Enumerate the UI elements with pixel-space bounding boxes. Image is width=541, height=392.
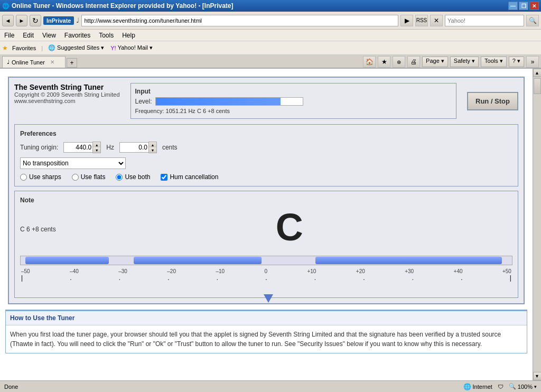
scroll-up-button[interactable]: ▲ — [533, 69, 542, 77]
cents-spinner-btns: ▲ ▼ — [148, 142, 157, 153]
run-stop-button[interactable]: Run / Stop — [467, 92, 518, 110]
menu-favorites[interactable]: Favorites — [60, 30, 95, 41]
meter-segment-right — [315, 257, 502, 264]
tuning-origin-row: Tuning origin: ▲ ▼ Hz ▲ ▼ — [20, 142, 512, 153]
scroll-down-button[interactable]: ▼ — [533, 372, 542, 380]
transposition-row: No transposition — [20, 157, 512, 169]
tab-online-tuner[interactable]: ♩ Online Tuner ✕ — [2, 56, 66, 68]
zoom-control[interactable]: 🔍 100% ▾ — [509, 383, 537, 390]
tuner-header: The Seventh String Tuner Copyright © 200… — [14, 83, 518, 119]
yahoo-mail[interactable]: Y! Yahoo! Mail ▾ — [108, 43, 155, 52]
restore-button[interactable]: ❐ — [519, 2, 528, 10]
home-icon[interactable]: 🏠 — [363, 56, 376, 68]
hum-cancellation-label[interactable]: Hum cancellation — [161, 173, 218, 181]
divider: | — [41, 45, 43, 51]
menu-tools[interactable]: Tools — [95, 30, 118, 41]
tab-close-icon[interactable]: ✕ — [50, 59, 54, 65]
tools-menu[interactable]: Tools ▾ — [481, 57, 507, 67]
hum-cancellation-text: Hum cancellation — [170, 173, 218, 181]
menu-edit[interactable]: Edit — [18, 30, 38, 41]
scrollbar[interactable]: ▲ ▼ — [533, 69, 541, 380]
preferences-section: Preferences Tuning origin: ▲ ▼ Hz — [14, 124, 518, 186]
zone-text: Internet — [473, 384, 492, 390]
favorites-star-icon: ★ — [2, 44, 8, 52]
hz-label: Hz — [106, 144, 114, 151]
zoom-icon: 🔍 — [509, 383, 516, 390]
status-right: 🌐 Internet 🛡 🔍 100% ▾ — [463, 383, 537, 390]
scale-plus20: +20 — [356, 268, 365, 274]
how-to-title: How to Use the Tuner — [6, 311, 527, 325]
title-bar-text: Online Tuner - Windows Internet Explorer… — [12, 2, 508, 10]
cents-down[interactable]: ▼ — [149, 147, 156, 153]
input-label: Input — [135, 88, 452, 95]
note-section-title: Note — [20, 197, 512, 204]
tuning-origin-down[interactable]: ▼ — [93, 147, 100, 153]
more-icon[interactable]: » — [526, 56, 539, 68]
scroll-thumb[interactable] — [534, 78, 541, 94]
search-input[interactable] — [445, 15, 524, 26]
safety-menu[interactable]: Safety ▾ — [450, 57, 479, 67]
menu-bar: File Edit View Favorites Tools Help — [0, 30, 541, 41]
content-area: The Seventh String Tuner Copyright © 200… — [0, 69, 541, 380]
scale-plus40: +40 — [454, 268, 463, 274]
scale-plus50: +50 — [502, 268, 511, 274]
scale-plus30: +30 — [405, 268, 414, 274]
cents-up[interactable]: ▲ — [149, 142, 156, 147]
favorites-bar: ★ Favorites | 🌐 Suggested Sites ▾ Y! Yah… — [0, 41, 541, 55]
use-flats-text: Use flats — [81, 173, 106, 181]
go-button[interactable]: ▶ — [400, 15, 413, 26]
tuning-origin-input[interactable] — [63, 142, 92, 153]
how-to-text: When you first load the tuner page, your… — [6, 325, 527, 353]
feeds-icon[interactable]: ⊕ — [393, 56, 405, 68]
tuning-origin-up[interactable]: ▲ — [93, 142, 100, 147]
use-flats-radio[interactable] — [72, 174, 79, 181]
preferences-title: Preferences — [20, 130, 512, 137]
meter-segment-left — [25, 257, 109, 264]
use-sharps-label[interactable]: Use sharps — [20, 173, 61, 181]
cents-label: cents — [162, 144, 178, 151]
scale-minus40: –40 — [70, 268, 79, 274]
menu-help[interactable]: Help — [118, 30, 139, 41]
level-bar-container: Level: — [135, 97, 452, 106]
rss-button[interactable]: RSS — [415, 15, 428, 26]
tab-bar: ♩ Online Tuner ✕ + 🏠 ★ ⊕ 🖨 Page ▾ Safety… — [0, 55, 541, 69]
stop-button[interactable]: ✕ — [430, 15, 443, 26]
address-bar: ◄ ► ↻ InPrivate ♩ ▶ RSS ✕ 🔍 — [0, 12, 541, 30]
tuner-meter: –50 –40 –30 –20 –10 0 +10 +20 +30 +40 +5… — [20, 256, 512, 292]
refresh-button[interactable]: ↻ — [30, 15, 41, 26]
forward-button[interactable]: ► — [16, 15, 27, 26]
address-input[interactable] — [81, 15, 398, 26]
use-sharps-radio[interactable] — [20, 174, 27, 181]
cents-input[interactable] — [119, 142, 148, 153]
tab-toolbar: 🏠 ★ ⊕ 🖨 Page ▾ Safety ▾ Tools ▾ ? ▾ » — [363, 56, 539, 68]
dot-10: . — [461, 274, 462, 282]
run-stop-container: Run / Stop — [467, 83, 518, 119]
hum-cancellation-checkbox[interactable] — [161, 174, 167, 181]
dot-1: | — [21, 274, 23, 282]
dot-5: . — [217, 274, 218, 282]
help-menu[interactable]: ? ▾ — [509, 57, 524, 67]
new-tab-button[interactable]: + — [67, 58, 77, 68]
transposition-select[interactable]: No transposition — [20, 157, 126, 169]
tuning-origin-spinner-btns: ▲ ▼ — [92, 142, 101, 153]
close-button[interactable]: ✕ — [529, 2, 539, 10]
search-icon[interactable]: 🔍 — [526, 15, 539, 26]
favorites-toolbar-icon[interactable]: ★ — [378, 56, 390, 68]
suggested-sites[interactable]: 🌐 Suggested Sites ▾ — [46, 43, 106, 52]
page-menu[interactable]: Page ▾ — [422, 57, 448, 67]
dot-6: . — [265, 274, 267, 282]
use-both-label[interactable]: Use both — [116, 173, 150, 181]
back-button[interactable]: ◄ — [2, 15, 14, 26]
menu-view[interactable]: View — [38, 30, 60, 41]
use-both-radio[interactable] — [116, 174, 123, 181]
print-icon[interactable]: 🖨 — [407, 56, 420, 68]
note-cents-display: C 6 +8 cents — [20, 226, 56, 233]
use-flats-label[interactable]: Use flats — [72, 173, 106, 181]
minimize-button[interactable]: — — [508, 2, 518, 10]
status-text: Done — [4, 384, 458, 390]
note-section: Note C 6 +8 cents C — [14, 191, 518, 298]
favorites-button[interactable]: Favorites — [10, 44, 38, 52]
how-to-section: How to Use the Tuner When you first load… — [5, 310, 527, 353]
meter-indicator-row — [20, 282, 512, 292]
menu-file[interactable]: File — [0, 30, 18, 41]
